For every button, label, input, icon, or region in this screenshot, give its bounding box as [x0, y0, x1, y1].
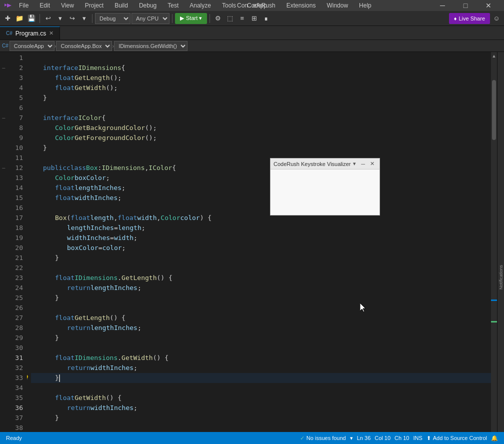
new-project-button[interactable]: ✚ — [2, 13, 13, 24]
keystroke-visualizer-header: CodeRush Keystroke Visualizer ▾ ─ ✕ — [270, 158, 380, 170]
status-issues-label: No issues found — [306, 435, 346, 441]
save-button[interactable]: 💾 — [26, 13, 37, 24]
code-line: return lengthInches; — [31, 323, 491, 333]
status-line[interactable]: Ln 36 — [355, 435, 373, 441]
kv-title: CodeRush Keystroke Visualizer — [274, 161, 350, 167]
app-menu-edit[interactable]: Edit — [36, 1, 54, 10]
code-line: Color boxColor; — [31, 173, 491, 183]
breadcrumb-method-dropdown[interactable]: IDimensions.GetWidth() — [114, 41, 188, 51]
lineno: 32 — [9, 363, 23, 373]
title-text: Con...eApp — [237, 2, 267, 9]
code-line: } — [31, 333, 491, 343]
title-bar: File Edit View Project Build Debug Test … — [0, 0, 504, 11]
lineno: 29 — [9, 333, 23, 343]
code-line — [31, 103, 491, 113]
app-menu-help[interactable]: Help — [355, 1, 376, 10]
app-menu-extensions[interactable]: Extensions — [282, 1, 320, 10]
status-notification-bell[interactable]: 🔔 — [489, 435, 500, 442]
vertical-scrollbar[interactable]: ▲ ▼ — [491, 52, 497, 444]
code-line: float GetLength(); — [31, 73, 491, 83]
status-source-control[interactable]: ⬆ Add to Source Control — [424, 435, 489, 442]
code-line: Color GetBackgroundColor(); — [31, 123, 491, 133]
start-button[interactable]: ▶ ▶ Start Start ▾ — [175, 13, 207, 24]
tab-close-button[interactable]: ✕ — [49, 30, 54, 36]
tab-program-cs[interactable]: C# Program.cs ✕ — [0, 26, 60, 40]
open-button[interactable]: 📁 — [14, 13, 25, 24]
minimize-button[interactable]: ─ — [431, 0, 454, 11]
code-line — [31, 263, 491, 273]
editor-wrapper: − − − 1 2 3 4 5 6 7 8 9 10 11 12 — [0, 52, 504, 444]
collapse-1[interactable]: − — [0, 63, 7, 73]
lineno: 6 — [9, 103, 23, 113]
status-issues[interactable]: ✓ No issues found — [298, 435, 348, 442]
notifications-panel: Notifications — [497, 52, 504, 444]
code-line — [31, 383, 491, 393]
code-line — [31, 153, 491, 163]
lineno: 17 — [9, 213, 23, 223]
toolbar-extra3[interactable]: ⊞ — [248, 13, 260, 24]
code-line — [31, 53, 491, 63]
scrollbar-track[interactable] — [491, 60, 497, 444]
lightbulb-icon[interactable]: 💡 — [27, 373, 30, 383]
lineno: 2 — [9, 63, 23, 73]
kv-minimize-button[interactable]: ─ — [359, 160, 367, 167]
lineno: 13 — [9, 173, 23, 183]
code-line: float GetWidth(); — [31, 83, 491, 93]
debug-mode-dropdown[interactable]: Debug Release — [95, 13, 130, 24]
scrollbar-thumb[interactable] — [492, 80, 496, 140]
redo-dropdown[interactable]: ▾ — [78, 13, 90, 24]
lineno: 1 — [9, 53, 23, 63]
app-menu-project[interactable]: Project — [81, 1, 108, 10]
status-ch[interactable]: Ch 10 — [392, 435, 411, 441]
status-ins[interactable]: INS — [411, 435, 424, 441]
undo-button[interactable]: ↩ — [42, 13, 54, 24]
toolbar-separator-2 — [92, 14, 92, 23]
app-menu-analyze[interactable]: Analyze — [186, 1, 215, 10]
toolbar-separator-3 — [172, 14, 172, 23]
triangle-icon: ▾ — [350, 435, 353, 442]
kv-close-button[interactable]: ✕ — [368, 160, 376, 167]
check-icon: ✓ — [300, 435, 304, 442]
status-col[interactable]: Col 10 — [372, 435, 392, 441]
toolbar-extra2[interactable]: ≡ — [236, 13, 248, 24]
breadcrumb-namespace-dropdown[interactable]: ConsoleApp — [10, 41, 54, 51]
close-button[interactable]: ✕ — [477, 0, 500, 11]
attach-button[interactable]: ⚙ — [212, 13, 224, 24]
scroll-up-arrow[interactable]: ▲ — [491, 52, 497, 60]
status-errors-dropdown[interactable]: ▾ — [348, 435, 355, 442]
code-line-current: 💡 } — [31, 373, 491, 383]
code-line: } — [31, 413, 491, 423]
app-menu-test[interactable]: Test — [164, 1, 182, 10]
live-share-button[interactable]: ♦ ♦ Live Share Live Share — [449, 13, 490, 24]
maximize-button[interactable]: □ — [454, 0, 477, 11]
lineno: 31 — [9, 353, 23, 363]
lineno: 12 — [9, 163, 23, 173]
code-line — [31, 423, 491, 433]
breadcrumb-class-dropdown[interactable]: ConsoleApp.Box — [56, 41, 112, 51]
app-menu-file[interactable]: File — [15, 1, 32, 10]
app-menu-build[interactable]: Build — [110, 1, 132, 10]
line-numbers: 1 2 3 4 5 6 7 8 9 10 11 12 13 14 15 16 1… — [9, 52, 27, 444]
title-bar-left: File Edit View Project Build Debug Test … — [4, 1, 376, 10]
lineno: 37 — [9, 413, 23, 423]
undo-dropdown[interactable]: ▾ — [54, 13, 66, 24]
breadcrumb: C# ConsoleApp › ConsoleApp.Box › IDimens… — [0, 40, 504, 52]
code-line: interface IDimensions { — [31, 63, 491, 73]
code-editor[interactable]: interface IDimensions { float GetLength(… — [27, 52, 491, 444]
collapse-2[interactable]: − — [0, 113, 7, 123]
ruler-mark-green — [491, 321, 497, 322]
app-menu-debug[interactable]: Debug — [135, 1, 160, 10]
app-menu-view[interactable]: View — [57, 1, 78, 10]
app-menu-window[interactable]: Window — [322, 1, 352, 10]
toolbar-extra4[interactable]: ∎ — [260, 13, 272, 24]
toolbar-extra1[interactable]: ⬚ — [224, 13, 236, 24]
platform-dropdown[interactable]: Any CPU x86 x64 — [132, 13, 170, 24]
lineno: 26 — [9, 303, 23, 313]
keystroke-visualizer-panel: CodeRush Keystroke Visualizer ▾ ─ ✕ — [270, 158, 380, 216]
kv-dropdown-button[interactable]: ▾ — [351, 160, 358, 167]
feedback-button[interactable]: ☺ — [491, 13, 502, 24]
collapse-3[interactable]: − — [0, 163, 7, 173]
redo-button[interactable]: ↪ — [66, 13, 78, 24]
code-line: boxColor = color; — [31, 243, 491, 253]
lineno: 24 — [9, 283, 23, 293]
